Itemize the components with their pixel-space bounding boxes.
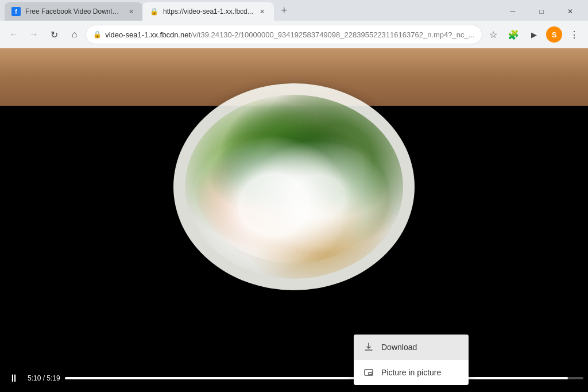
reload-button[interactable]: ↻ [45,25,63,44]
media-button[interactable]: ▶ [525,25,543,44]
minimize-button[interactable]: ─ [500,2,526,21]
tab-video[interactable]: 🔒 https://video-sea1-1.xx.fbcd... ✕ [142,2,274,21]
pip-menu-item[interactable]: Picture in picture [354,360,469,385]
pip-icon [363,367,374,378]
tab-close-facebook[interactable]: ✕ [126,7,136,16]
profile-avatar: S [546,26,562,43]
maximize-button[interactable]: □ [528,2,555,21]
tab-title-facebook: Free Facebook Video Downloade... [25,7,122,16]
pip-label: Picture in picture [381,368,441,377]
home-button[interactable]: ⌂ [65,25,83,44]
download-icon [363,341,374,353]
download-menu-item[interactable]: Download [354,335,469,360]
back-button[interactable]: ← [5,25,22,44]
nav-bar: ← → ↻ ⌂ 🔒 video-sea1-1.xx.fbcdn.net/v/t3… [0,21,588,48]
tab-facebook[interactable]: f Free Facebook Video Downloade... ✕ [5,2,142,21]
video-controls: ⏸ 5:10 / 5:19 [0,364,588,392]
tab-favicon-video: 🔒 [149,7,158,16]
menu-button[interactable]: ⋮ [566,25,583,44]
new-tab-button[interactable]: + [276,2,292,18]
download-label: Download [381,343,417,352]
browser-window: f Free Facebook Video Downloade... ✕ 🔒 h… [0,0,588,392]
time-display: 5:10 / 5:19 [28,374,60,382]
forward-button[interactable]: → [25,25,42,44]
address-bar[interactable]: 🔒 video-sea1-1.xx.fbcdn.net/v/t39.24130-… [86,25,482,44]
extensions-button[interactable]: 🧩 [505,25,523,44]
video-container: Download Picture in picture ⏸ 5:10 / 5:1… [0,48,588,392]
progress-fill [65,377,568,379]
svg-rect-1 [369,372,372,375]
play-pause-button[interactable]: ⏸ [5,369,23,387]
tab-title-video: https://video-sea1-1.xx.fbcd... [163,7,253,16]
url-host: video-sea1-1.xx.fbcdn.net [105,30,191,39]
url-text: video-sea1-1.xx.fbcdn.net/v/t39.24130-2/… [105,30,474,39]
context-menu: Download Picture in picture [354,335,469,385]
bookmark-button[interactable]: ☆ [485,25,502,44]
profile-button[interactable]: S [545,25,563,44]
progress-bar[interactable] [65,377,583,379]
tab-close-video[interactable]: ✕ [258,7,267,16]
lock-icon: 🔒 [93,30,102,39]
tab-favicon-facebook: f [11,7,21,16]
food-detail [194,97,394,263]
tab-bar: f Free Facebook Video Downloade... ✕ 🔒 h… [0,0,588,21]
close-button[interactable]: ✕ [557,2,583,21]
url-path: /v/t39.24130-2/10000000_934192583749098_… [191,30,474,39]
window-controls: ─ □ ✕ [500,2,583,21]
